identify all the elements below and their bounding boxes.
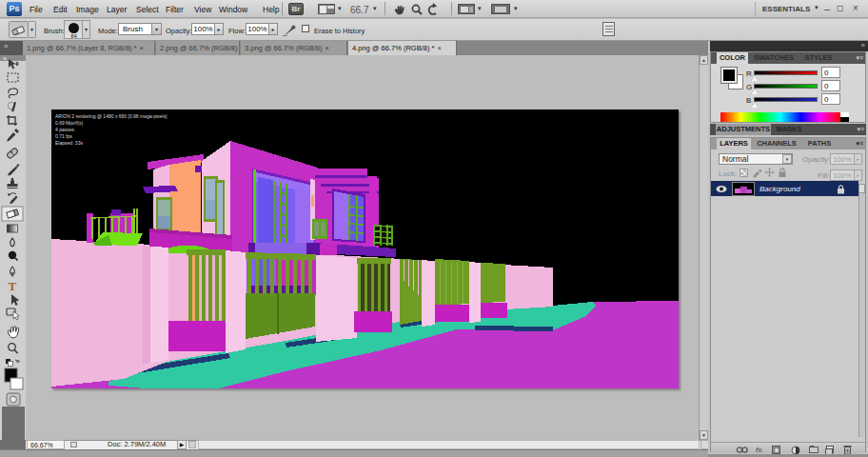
svg-text:»: » bbox=[3, 55, 7, 62]
svg-text:T: T bbox=[9, 279, 17, 293]
